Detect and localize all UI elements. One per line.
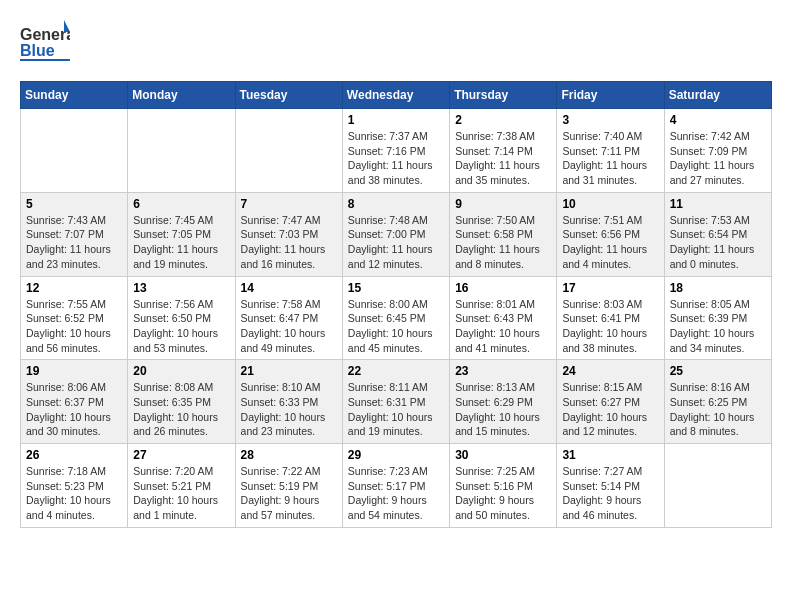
calendar-day-14: 14Sunrise: 7:58 AMSunset: 6:47 PMDayligh… xyxy=(235,276,342,360)
calendar-day-31: 31Sunrise: 7:27 AMSunset: 5:14 PMDayligh… xyxy=(557,444,664,528)
day-info: Sunrise: 7:50 AMSunset: 6:58 PMDaylight:… xyxy=(455,213,551,272)
day-info: Sunrise: 8:03 AMSunset: 6:41 PMDaylight:… xyxy=(562,297,658,356)
day-info: Sunrise: 7:48 AMSunset: 7:00 PMDaylight:… xyxy=(348,213,444,272)
calendar-day-6: 6Sunrise: 7:45 AMSunset: 7:05 PMDaylight… xyxy=(128,192,235,276)
day-number: 19 xyxy=(26,364,122,378)
day-number: 9 xyxy=(455,197,551,211)
day-number: 7 xyxy=(241,197,337,211)
calendar-empty-cell xyxy=(21,109,128,193)
calendar-day-12: 12Sunrise: 7:55 AMSunset: 6:52 PMDayligh… xyxy=(21,276,128,360)
weekday-header-monday: Monday xyxy=(128,82,235,109)
day-info: Sunrise: 7:47 AMSunset: 7:03 PMDaylight:… xyxy=(241,213,337,272)
day-info: Sunrise: 8:01 AMSunset: 6:43 PMDaylight:… xyxy=(455,297,551,356)
day-info: Sunrise: 8:11 AMSunset: 6:31 PMDaylight:… xyxy=(348,380,444,439)
day-info: Sunrise: 8:06 AMSunset: 6:37 PMDaylight:… xyxy=(26,380,122,439)
day-info: Sunrise: 8:13 AMSunset: 6:29 PMDaylight:… xyxy=(455,380,551,439)
day-number: 28 xyxy=(241,448,337,462)
weekday-header-tuesday: Tuesday xyxy=(235,82,342,109)
calendar-day-29: 29Sunrise: 7:23 AMSunset: 5:17 PMDayligh… xyxy=(342,444,449,528)
day-info: Sunrise: 7:42 AMSunset: 7:09 PMDaylight:… xyxy=(670,129,766,188)
calendar-day-1: 1Sunrise: 7:37 AMSunset: 7:16 PMDaylight… xyxy=(342,109,449,193)
day-info: Sunrise: 7:20 AMSunset: 5:21 PMDaylight:… xyxy=(133,464,229,523)
day-info: Sunrise: 7:43 AMSunset: 7:07 PMDaylight:… xyxy=(26,213,122,272)
day-number: 6 xyxy=(133,197,229,211)
day-number: 21 xyxy=(241,364,337,378)
day-number: 3 xyxy=(562,113,658,127)
weekday-header-friday: Friday xyxy=(557,82,664,109)
day-number: 29 xyxy=(348,448,444,462)
day-info: Sunrise: 7:27 AMSunset: 5:14 PMDaylight:… xyxy=(562,464,658,523)
calendar-day-19: 19Sunrise: 8:06 AMSunset: 6:37 PMDayligh… xyxy=(21,360,128,444)
day-info: Sunrise: 8:15 AMSunset: 6:27 PMDaylight:… xyxy=(562,380,658,439)
day-number: 5 xyxy=(26,197,122,211)
calendar-day-20: 20Sunrise: 8:08 AMSunset: 6:35 PMDayligh… xyxy=(128,360,235,444)
day-info: Sunrise: 8:05 AMSunset: 6:39 PMDaylight:… xyxy=(670,297,766,356)
day-number: 20 xyxy=(133,364,229,378)
calendar-day-11: 11Sunrise: 7:53 AMSunset: 6:54 PMDayligh… xyxy=(664,192,771,276)
day-number: 4 xyxy=(670,113,766,127)
calendar-day-21: 21Sunrise: 8:10 AMSunset: 6:33 PMDayligh… xyxy=(235,360,342,444)
weekday-header-thursday: Thursday xyxy=(450,82,557,109)
calendar-day-23: 23Sunrise: 8:13 AMSunset: 6:29 PMDayligh… xyxy=(450,360,557,444)
day-number: 23 xyxy=(455,364,551,378)
day-number: 31 xyxy=(562,448,658,462)
calendar-day-3: 3Sunrise: 7:40 AMSunset: 7:11 PMDaylight… xyxy=(557,109,664,193)
calendar-day-2: 2Sunrise: 7:38 AMSunset: 7:14 PMDaylight… xyxy=(450,109,557,193)
calendar-week-1: 1Sunrise: 7:37 AMSunset: 7:16 PMDaylight… xyxy=(21,109,772,193)
logo: General Blue xyxy=(20,20,70,65)
day-number: 13 xyxy=(133,281,229,295)
day-info: Sunrise: 7:18 AMSunset: 5:23 PMDaylight:… xyxy=(26,464,122,523)
calendar-table: SundayMondayTuesdayWednesdayThursdayFrid… xyxy=(20,81,772,528)
calendar-day-8: 8Sunrise: 7:48 AMSunset: 7:00 PMDaylight… xyxy=(342,192,449,276)
svg-text:General: General xyxy=(20,26,70,43)
calendar-day-15: 15Sunrise: 8:00 AMSunset: 6:45 PMDayligh… xyxy=(342,276,449,360)
day-info: Sunrise: 7:23 AMSunset: 5:17 PMDaylight:… xyxy=(348,464,444,523)
day-number: 24 xyxy=(562,364,658,378)
calendar-day-4: 4Sunrise: 7:42 AMSunset: 7:09 PMDaylight… xyxy=(664,109,771,193)
calendar-day-13: 13Sunrise: 7:56 AMSunset: 6:50 PMDayligh… xyxy=(128,276,235,360)
calendar-empty-cell xyxy=(664,444,771,528)
calendar-day-7: 7Sunrise: 7:47 AMSunset: 7:03 PMDaylight… xyxy=(235,192,342,276)
calendar-week-5: 26Sunrise: 7:18 AMSunset: 5:23 PMDayligh… xyxy=(21,444,772,528)
weekday-header-sunday: Sunday xyxy=(21,82,128,109)
day-number: 18 xyxy=(670,281,766,295)
calendar-day-5: 5Sunrise: 7:43 AMSunset: 7:07 PMDaylight… xyxy=(21,192,128,276)
day-info: Sunrise: 7:38 AMSunset: 7:14 PMDaylight:… xyxy=(455,129,551,188)
day-info: Sunrise: 8:10 AMSunset: 6:33 PMDaylight:… xyxy=(241,380,337,439)
calendar-day-16: 16Sunrise: 8:01 AMSunset: 6:43 PMDayligh… xyxy=(450,276,557,360)
calendar-day-10: 10Sunrise: 7:51 AMSunset: 6:56 PMDayligh… xyxy=(557,192,664,276)
day-number: 11 xyxy=(670,197,766,211)
day-info: Sunrise: 7:55 AMSunset: 6:52 PMDaylight:… xyxy=(26,297,122,356)
day-info: Sunrise: 7:56 AMSunset: 6:50 PMDaylight:… xyxy=(133,297,229,356)
day-number: 30 xyxy=(455,448,551,462)
calendar-day-25: 25Sunrise: 8:16 AMSunset: 6:25 PMDayligh… xyxy=(664,360,771,444)
day-number: 26 xyxy=(26,448,122,462)
calendar-empty-cell xyxy=(235,109,342,193)
weekday-header-saturday: Saturday xyxy=(664,82,771,109)
calendar-empty-cell xyxy=(128,109,235,193)
day-number: 27 xyxy=(133,448,229,462)
day-info: Sunrise: 7:40 AMSunset: 7:11 PMDaylight:… xyxy=(562,129,658,188)
day-info: Sunrise: 7:22 AMSunset: 5:19 PMDaylight:… xyxy=(241,464,337,523)
calendar-day-30: 30Sunrise: 7:25 AMSunset: 5:16 PMDayligh… xyxy=(450,444,557,528)
day-number: 12 xyxy=(26,281,122,295)
day-number: 15 xyxy=(348,281,444,295)
day-number: 16 xyxy=(455,281,551,295)
day-number: 1 xyxy=(348,113,444,127)
day-number: 14 xyxy=(241,281,337,295)
calendar-day-24: 24Sunrise: 8:15 AMSunset: 6:27 PMDayligh… xyxy=(557,360,664,444)
day-info: Sunrise: 7:45 AMSunset: 7:05 PMDaylight:… xyxy=(133,213,229,272)
page-header: General Blue xyxy=(20,20,772,65)
calendar-day-28: 28Sunrise: 7:22 AMSunset: 5:19 PMDayligh… xyxy=(235,444,342,528)
weekday-header-wednesday: Wednesday xyxy=(342,82,449,109)
day-number: 25 xyxy=(670,364,766,378)
calendar-day-18: 18Sunrise: 8:05 AMSunset: 6:39 PMDayligh… xyxy=(664,276,771,360)
calendar-week-3: 12Sunrise: 7:55 AMSunset: 6:52 PMDayligh… xyxy=(21,276,772,360)
calendar-week-2: 5Sunrise: 7:43 AMSunset: 7:07 PMDaylight… xyxy=(21,192,772,276)
day-number: 10 xyxy=(562,197,658,211)
day-info: Sunrise: 7:37 AMSunset: 7:16 PMDaylight:… xyxy=(348,129,444,188)
day-info: Sunrise: 7:25 AMSunset: 5:16 PMDaylight:… xyxy=(455,464,551,523)
calendar-day-22: 22Sunrise: 8:11 AMSunset: 6:31 PMDayligh… xyxy=(342,360,449,444)
day-number: 17 xyxy=(562,281,658,295)
calendar-week-4: 19Sunrise: 8:06 AMSunset: 6:37 PMDayligh… xyxy=(21,360,772,444)
